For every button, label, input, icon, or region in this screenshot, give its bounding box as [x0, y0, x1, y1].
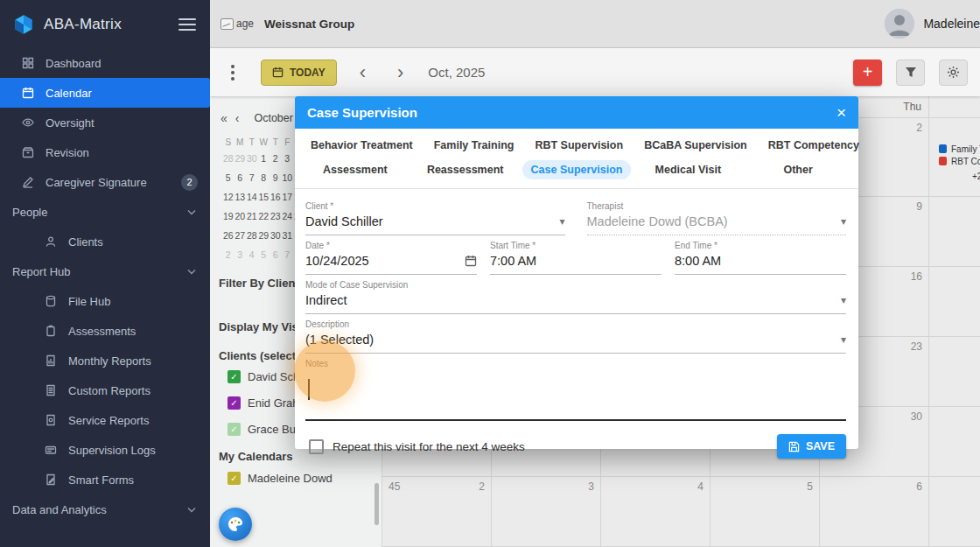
checkbox-checked-icon[interactable]: ✓	[228, 472, 241, 485]
mini-calendar-prev-year-icon[interactable]: «	[220, 111, 228, 125]
mini-calendar-day[interactable]: 4	[246, 245, 258, 264]
client-field[interactable]: Client * David Schiller▾	[305, 196, 565, 235]
mini-calendar-day[interactable]: 27	[234, 226, 247, 245]
kebab-menu-icon[interactable]	[231, 65, 234, 81]
mini-calendar-day[interactable]: 29	[258, 226, 270, 245]
sidebar-item-supervision-logs[interactable]: Supervision Logs	[0, 435, 210, 465]
tab-case-supervision[interactable]: Case Supervision	[521, 158, 634, 182]
sidebar-item-file-hub[interactable]: File Hub	[0, 286, 210, 316]
description-field[interactable]: Description (1 Selected)▾	[305, 314, 846, 354]
calendar-event[interactable]: Family Training	[939, 143, 980, 155]
mini-calendar-day[interactable]: 9	[270, 168, 282, 187]
mini-calendar-day[interactable]: 26	[222, 226, 234, 245]
grid-day-cell[interactable]: 17	[929, 267, 980, 336]
repeat-visit-checkbox[interactable]	[309, 439, 324, 454]
mini-calendar-prev-month-icon[interactable]: ‹	[235, 111, 240, 125]
checkbox-checked-icon[interactable]: ✓	[228, 396, 241, 410]
mini-calendar-day[interactable]: 5	[222, 168, 234, 187]
mini-calendar-day[interactable]: 30	[246, 149, 258, 168]
tab-rbt-supervision[interactable]: RBT Supervision	[524, 133, 634, 158]
date-field[interactable]: Date * 10/24/2025	[305, 235, 477, 275]
mini-calendar-day[interactable]: 21	[246, 207, 258, 226]
mini-calendar-day[interactable]: 2	[270, 149, 282, 168]
sidebar-item-monthly-reports[interactable]: Monthly Reports	[0, 346, 210, 375]
panel-scrollbar[interactable]	[374, 483, 379, 525]
notes-field[interactable]	[305, 370, 846, 421]
filter-button[interactable]	[896, 60, 925, 86]
mini-calendar-day[interactable]: 16	[270, 187, 282, 207]
close-icon[interactable]: ×	[836, 104, 846, 121]
tab-behavior-treatment[interactable]: Behavior Treatment	[300, 133, 424, 158]
today-button[interactable]: TODAY	[261, 60, 337, 86]
grid-day-cell[interactable]: 3	[492, 477, 601, 546]
checkbox-checked-icon[interactable]: ✓	[228, 370, 241, 383]
grid-day-cell[interactable]: 452	[382, 477, 492, 546]
chevron-down-icon[interactable]: ▾	[841, 294, 846, 306]
tab-assessment[interactable]: Assessment	[300, 158, 410, 182]
mini-calendar-day[interactable]: 7	[282, 245, 294, 264]
mini-calendar-day[interactable]: 29	[234, 149, 247, 168]
mini-calendar-day[interactable]: 10	[282, 168, 294, 187]
sidebar-group-report-hub[interactable]: Report Hub	[0, 256, 210, 286]
theme-palette-button[interactable]	[219, 508, 252, 541]
sidebar-item-revision[interactable]: Revision	[0, 137, 210, 167]
mini-calendar-day[interactable]: 28	[246, 226, 258, 245]
more-events-link[interactable]: +2	[972, 170, 980, 182]
grid-day-cell[interactable]: 7	[929, 477, 980, 546]
tab-other[interactable]: Other	[743, 158, 853, 182]
mini-calendar-day[interactable]: 1	[258, 149, 270, 168]
mini-calendar-day[interactable]: 5	[258, 245, 270, 264]
settings-gear-button[interactable]	[939, 60, 968, 86]
grid-day-cell[interactable]: 3Family TrainingRBT Competency+2	[929, 118, 980, 196]
grid-day-cell[interactable]: 5	[710, 477, 820, 546]
tab-medical-visit[interactable]: Medical Visit	[633, 158, 743, 182]
mini-calendar-day[interactable]: 12	[222, 187, 234, 207]
sidebar-item-clients[interactable]: Clients	[0, 227, 210, 256]
grid-day-cell[interactable]: 6	[820, 477, 929, 546]
mini-calendar-day[interactable]: 6	[270, 245, 282, 264]
mini-calendar-day[interactable]: 14	[246, 187, 258, 207]
chevron-down-icon[interactable]: ▾	[559, 215, 564, 228]
mini-calendar-day[interactable]: 8	[258, 168, 270, 187]
save-button[interactable]: SAVE	[777, 434, 846, 459]
tab-rbt-competency[interactable]: RBT Competency	[758, 133, 870, 158]
mini-calendar-day[interactable]: 24	[282, 207, 294, 226]
add-visit-button[interactable]: +	[853, 60, 882, 86]
tab-reassessment[interactable]: Reassessment	[410, 158, 521, 182]
start-time-field[interactable]: Start Time * 7:00 AM	[490, 235, 662, 275]
sidebar-item-custom-reports[interactable]: Custom Reports	[0, 375, 210, 405]
grid-day-cell[interactable]: 10	[929, 197, 980, 266]
mini-calendar-day[interactable]: 23	[270, 207, 282, 226]
tab-bcaba-supervision[interactable]: BCaBA Supervision	[634, 133, 758, 158]
sidebar-item-service-reports[interactable]: Service Reports	[0, 405, 210, 435]
mini-calendar-day[interactable]: 6	[234, 168, 247, 187]
my-calendar-madeleine-dowd[interactable]: ✓Madeleine Dowd	[228, 469, 332, 487]
user-avatar[interactable]	[885, 9, 914, 39]
mini-calendar-day[interactable]: 20	[234, 207, 247, 226]
mini-calendar-day[interactable]: 28	[222, 149, 234, 168]
mode-field[interactable]: Mode of Case Supervision Indirect▾	[305, 275, 846, 314]
previous-month-chevron[interactable]: ‹	[360, 63, 366, 82]
grid-day-cell[interactable]: 24	[929, 337, 980, 406]
end-time-field[interactable]: End Time * 8:00 AM	[675, 235, 846, 275]
mini-calendar-day[interactable]: 13	[234, 187, 247, 207]
sidebar-item-calendar[interactable]: Calendar	[0, 78, 210, 108]
mini-calendar-day[interactable]: 3	[234, 245, 247, 264]
next-month-chevron[interactable]: ›	[397, 63, 403, 82]
sidebar-item-smart-forms[interactable]: Smart Forms	[0, 465, 210, 494]
mini-calendar-day[interactable]: 3	[282, 149, 294, 168]
mini-calendar-day[interactable]: 22	[258, 207, 270, 226]
calendar-icon[interactable]	[465, 255, 477, 267]
hamburger-menu-icon[interactable]	[178, 18, 196, 31]
sidebar-item-assessments[interactable]: Assessments	[0, 316, 210, 346]
checkbox-checked-icon[interactable]: ✓	[228, 423, 241, 436]
calendar-event[interactable]: RBT Competency	[939, 155, 980, 167]
grid-day-cell[interactable]: 31	[929, 407, 980, 476]
mini-calendar-day[interactable]: 7	[246, 168, 258, 187]
sidebar-item-dashboard[interactable]: Dashboard	[0, 48, 210, 78]
topbar-user-area[interactable]: Madeleine	[885, 9, 980, 39]
sidebar-item-oversight[interactable]: Oversight	[0, 108, 210, 137]
chevron-down-icon[interactable]: ▾	[841, 333, 846, 346]
mini-calendar-day[interactable]: 19	[222, 207, 234, 226]
tab-family-training[interactable]: Family Training	[424, 133, 525, 158]
